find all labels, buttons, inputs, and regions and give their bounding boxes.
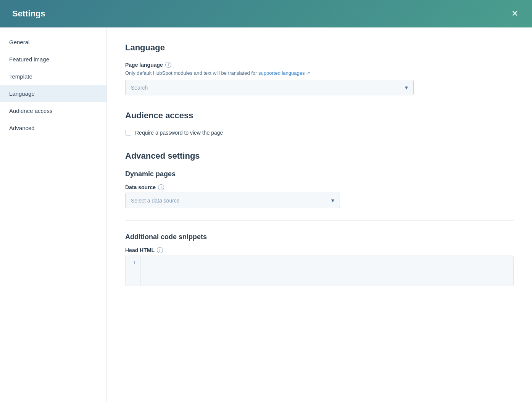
page-language-info-icon[interactable]: i: [165, 62, 171, 68]
code-content[interactable]: [141, 256, 513, 286]
page-language-label: Page language i: [125, 62, 514, 68]
language-section-title: Language: [125, 43, 514, 53]
data-source-label: Data source i: [125, 184, 514, 190]
settings-header: Settings ✕: [0, 0, 532, 27]
sidebar-item-advanced[interactable]: Advanced: [0, 119, 106, 137]
head-html-label: Head HTML i: [125, 247, 514, 253]
sidebar-item-featured-image[interactable]: Featured image: [0, 51, 106, 68]
advanced-settings-title: Advanced settings: [125, 151, 514, 161]
advanced-settings-section: Advanced settings Dynamic pages Data sou…: [125, 151, 514, 286]
external-link-icon: ↗: [306, 70, 310, 76]
language-search-placeholder: Search: [131, 85, 148, 91]
audience-access-title: Audience access: [125, 111, 514, 121]
audience-access-section: Audience access Require a password to vi…: [125, 111, 514, 136]
data-source-dropdown[interactable]: Select a data source ▾: [125, 193, 340, 208]
data-source-placeholder: Select a data source: [131, 198, 180, 204]
section-divider: [125, 220, 514, 221]
sidebar-item-template[interactable]: Template: [0, 68, 106, 85]
supported-languages-link[interactable]: supported languages ↗: [258, 70, 310, 76]
sidebar-item-general[interactable]: General: [0, 34, 106, 51]
password-checkbox[interactable]: [125, 130, 131, 136]
data-source-info-icon[interactable]: i: [158, 184, 164, 190]
settings-modal: Settings ✕ General Featured image Templa…: [0, 0, 532, 402]
sidebar: General Featured image Template Language…: [0, 27, 107, 402]
content-area: Language Page language i Only default Hu…: [107, 27, 532, 402]
settings-title: Settings: [12, 9, 45, 19]
password-checkbox-row: Require a password to view the page: [125, 130, 514, 136]
dynamic-pages-title: Dynamic pages: [125, 170, 514, 178]
head-html-info-icon[interactable]: i: [157, 247, 163, 253]
data-source-dropdown-arrow-icon: ▾: [331, 197, 334, 204]
sidebar-item-language[interactable]: Language: [0, 85, 106, 102]
language-section: Language Page language i Only default Hu…: [125, 43, 514, 95]
sidebar-item-audience-access[interactable]: Audience access: [0, 102, 106, 119]
language-hint: Only default HubSpot modules and text wi…: [125, 70, 514, 76]
password-checkbox-label: Require a password to view the page: [135, 130, 223, 136]
head-html-editor[interactable]: 1: [125, 256, 514, 286]
close-button[interactable]: ✕: [510, 8, 520, 19]
language-dropdown-arrow-icon: ▾: [405, 84, 408, 91]
additional-code-title: Additional code snippets: [125, 233, 514, 241]
language-search-dropdown[interactable]: Search ▾: [125, 80, 414, 95]
settings-body: General Featured image Template Language…: [0, 27, 532, 402]
line-numbers: 1: [126, 256, 141, 286]
